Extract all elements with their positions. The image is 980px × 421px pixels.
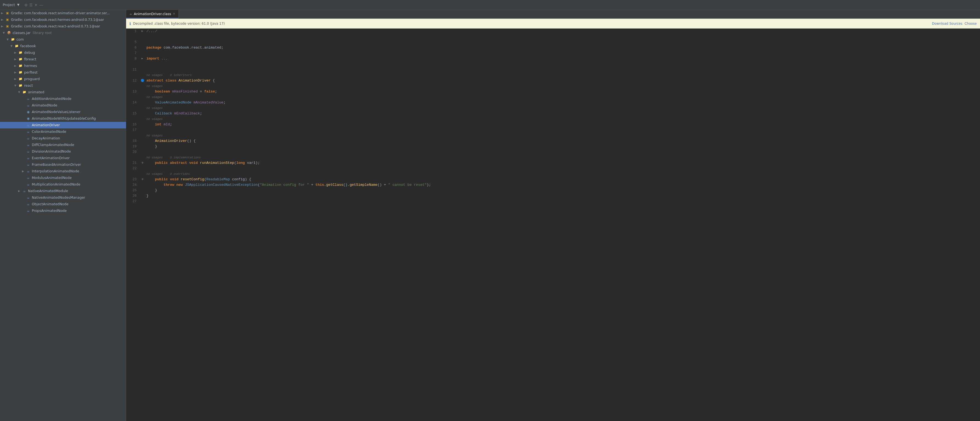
class-NativeAnimatedNodesManager[interactable]: ☕ NativeAnimatedNodesManager [0, 194, 126, 201]
class-ObjectAnimatedNode[interactable]: ☕ ObjectAnimatedNode [0, 201, 126, 207]
project-title: Project [3, 3, 15, 7]
hint-row-13-pre: no usages [126, 83, 980, 89]
react-label: react [24, 83, 33, 88]
class-label: InterpolationAnimatedNode [32, 169, 79, 174]
line-gutter: ▶ [140, 29, 145, 34]
class-icon: ☕ [26, 202, 31, 207]
class-DecayAnimation[interactable]: ☕ DecayAnimation [0, 135, 126, 142]
debug-folder[interactable]: ▶ 📁 debug [0, 49, 126, 56]
class-icon: ☕ [26, 142, 31, 147]
settings-icon[interactable]: ⊕ [24, 3, 28, 7]
code-line-19: 19 } [126, 144, 980, 149]
class-icon: ☕ [26, 149, 31, 154]
com-folder[interactable]: ▼ 📁 com [0, 36, 126, 43]
class-FrameBasedAnimationDriver[interactable]: ☕ FrameBasedAnimationDriver [0, 161, 126, 168]
folder-icon: 📁 [18, 64, 23, 69]
info-bar-left: ℹ Decompiled .class file, bytecode versi… [129, 21, 225, 26]
fbreact-folder[interactable]: ▶ 📁 fbreact [0, 56, 126, 62]
class-label: NativeAnimatedModule [28, 188, 68, 194]
gradle-item-1[interactable]: ▶ ▣ Gradle: com.facebook.react:animation… [0, 10, 126, 16]
animated-folder[interactable]: ▼ 📁 animated [0, 89, 126, 96]
fold-arrow[interactable]: ▶ [142, 29, 143, 34]
folder-icon: 📁 [18, 57, 23, 62]
code-editor: 1 ▶ /.../ 5 6 package com.f [126, 29, 980, 421]
line-num: 27 [126, 199, 140, 204]
classes-jar-item[interactable]: ▼ 📦 classes.jar library root [0, 30, 126, 36]
gutter-icon: 🔵 [141, 78, 145, 83]
tab-AnimationDriver[interactable]: ☕ AnimationDriver.class ✕ [126, 10, 179, 18]
gradle-item-2[interactable]: ▶ ▣ Gradle: com.facebook.react:hermes-an… [0, 16, 126, 23]
code-line-23: 23 ⚙ public void resetConfig(ReadableMap… [126, 177, 980, 182]
class-AdditionAnimatedNode[interactable]: ☕ AdditionAnimatedNode [0, 96, 126, 102]
class-NativeAnimatedModule[interactable]: ▶ ☕ NativeAnimatedModule [0, 188, 126, 194]
folder-icon: 📁 [18, 50, 23, 55]
hermes-folder[interactable]: ▶ 📁 hermes [0, 62, 126, 69]
class-ModulusAnimatedNode[interactable]: ☕ ModulusAnimatedNode [0, 175, 126, 181]
close-icon[interactable]: ✕ [34, 3, 38, 7]
gradle-item-3[interactable]: ▶ ▣ Gradle: com.facebook.react:react-and… [0, 23, 126, 30]
class-icon: ☕ [26, 136, 31, 141]
class-MultiplicationAnimatedNode[interactable]: ☕ MultiplicationAnimatedNode [0, 181, 126, 188]
line-num: 23 [126, 177, 140, 182]
code-line-1: 1 ▶ /.../ [126, 29, 980, 34]
line-content: throw new JSApplicationCausedNativeExcep… [145, 182, 980, 188]
minimize-icon[interactable]: — [39, 3, 43, 7]
react-folder[interactable]: ▼ 📁 react [0, 82, 126, 89]
line-num: 19 [126, 144, 140, 149]
arrow-icon: ▶ [1, 10, 5, 16]
line-content: AnimationDriver() { [145, 138, 980, 144]
arrow-icon: ▼ [10, 43, 14, 49]
fold-arrow[interactable]: ▶ [142, 56, 143, 62]
line-num: 12 [126, 78, 140, 83]
class-InterpolationAnimatedNode[interactable]: ▶ ☕ InterpolationAnimatedNode [0, 168, 126, 175]
code-line-9 [126, 62, 980, 67]
animated-label: animated [28, 89, 44, 95]
title-bar: Project ▼ ⊕ ☰ ✕ — [0, 0, 980, 10]
arrow-icon: ▶ [14, 50, 18, 56]
arrow-icon: ▶ [14, 70, 18, 75]
arrow-icon: ▼ [18, 89, 22, 95]
facebook-folder[interactable]: ▼ 📁 facebook [0, 43, 126, 49]
gradle-icon-3: ▣ [5, 24, 10, 29]
class-PropsAnimatedNode[interactable]: ☕ PropsAnimatedNode [0, 207, 126, 214]
gradle-icon-2: ▣ [5, 17, 10, 22]
class-label: NativeAnimatedNodesManager [32, 195, 85, 200]
class-AnimationDriver[interactable]: ☕ AnimationDriver [0, 122, 126, 128]
folder-icon: 📁 [14, 44, 19, 49]
title-bar-icons: ⊕ ☰ ✕ — [24, 3, 43, 7]
class-label: PropsAnimatedNode [32, 208, 67, 214]
line-content: /.../ [145, 29, 980, 34]
tab-close-button[interactable]: ✕ [173, 12, 175, 16]
class-icon: ☕ [22, 188, 27, 193]
project-dropdown-icon[interactable]: ▼ [17, 3, 19, 6]
class-icon: ☕ [26, 162, 31, 167]
class-icon: ☕ [26, 103, 31, 108]
class-DivisionAnimatedNode[interactable]: ☕ DivisionAnimatedNode [0, 148, 126, 155]
code-line-20: 20 [126, 149, 980, 155]
choose-link[interactable]: Choose [965, 22, 977, 26]
perftest-folder[interactable]: ▶ 📁 perftest [0, 69, 126, 76]
com-label: com [16, 37, 24, 42]
hint-text: no usages [145, 106, 162, 111]
gradle-icon: ▣ [5, 11, 10, 16]
folder-icon: 📁 [18, 70, 23, 75]
download-sources-link[interactable]: Download Sources [932, 22, 963, 26]
class-AnimatedNodeValueListener[interactable]: ◉ AnimatedNodeValueListener [0, 109, 126, 115]
tab-bar: ☕ AnimationDriver.class ✕ [126, 10, 980, 19]
arrow-icon: ▼ [6, 37, 10, 42]
class-ColorAnimatedNode[interactable]: ☕ ColorAnimatedNode [0, 128, 126, 135]
class-DiffClampAnimatedNode[interactable]: ☕ DiffClampAnimatedNode [0, 142, 126, 148]
menu-icon[interactable]: ☰ [29, 3, 33, 7]
code-line-26: 26 } [126, 193, 980, 199]
arrow-icon: ▶ [18, 188, 22, 194]
class-AnimatedNode[interactable]: ☕ AnimatedNode [0, 102, 126, 109]
line-content: boolean mHasFinished = false; [145, 89, 980, 94]
class-icon: ☕ [26, 123, 31, 128]
class-EventAnimationDriver[interactable]: ☕ EventAnimationDriver [0, 155, 126, 161]
proguard-folder[interactable]: ▶ 📁 proguard [0, 76, 126, 82]
class-icon: ☕ [26, 195, 31, 200]
class-label: AnimatedNode [32, 103, 57, 108]
hint-text: no usages 3 implementations [145, 155, 201, 160]
hint-row-12-pre: no usages 3 inheritors [126, 72, 980, 78]
class-AnimatedNodeWithUpdateableConfig[interactable]: ◉ AnimatedNodeWithUpdateableConfig [0, 115, 126, 122]
